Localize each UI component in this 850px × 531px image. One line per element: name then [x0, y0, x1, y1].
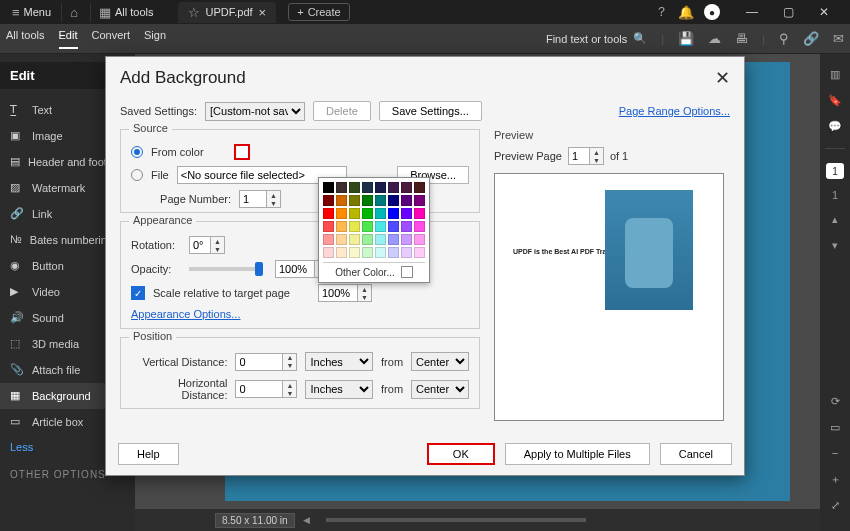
- color-cell[interactable]: [414, 247, 425, 258]
- color-cell[interactable]: [336, 208, 347, 219]
- page-number-input[interactable]: [239, 190, 267, 208]
- color-cell[interactable]: [388, 208, 399, 219]
- scale-stepper[interactable]: ▲▼: [358, 284, 372, 302]
- color-swatch-button[interactable]: [234, 144, 250, 160]
- preview-page-stepper[interactable]: ▲▼: [590, 147, 604, 165]
- save-settings-button[interactable]: Save Settings...: [379, 101, 482, 121]
- color-cell[interactable]: [349, 195, 360, 206]
- tab-sign[interactable]: Sign: [144, 29, 166, 49]
- color-cell[interactable]: [414, 221, 425, 232]
- color-cell[interactable]: [375, 208, 386, 219]
- color-cell[interactable]: [362, 195, 373, 206]
- color-cell[interactable]: [388, 195, 399, 206]
- save-icon[interactable]: 💾: [678, 31, 694, 46]
- hdist-stepper[interactable]: ▲▼: [283, 380, 297, 398]
- color-cell[interactable]: [401, 234, 412, 245]
- panel-icon[interactable]: ▥: [827, 66, 843, 82]
- color-cell[interactable]: [336, 195, 347, 206]
- page-number-stepper[interactable]: ▲▼: [267, 190, 281, 208]
- vdist-unit-select[interactable]: Inches: [305, 352, 373, 371]
- color-cell[interactable]: [323, 234, 334, 245]
- color-cell[interactable]: [401, 247, 412, 258]
- page-display-icon[interactable]: ▭: [827, 419, 843, 435]
- fit-icon[interactable]: ⤢: [827, 497, 843, 513]
- help-button[interactable]: Help: [118, 443, 179, 465]
- color-cell[interactable]: [388, 234, 399, 245]
- color-cell[interactable]: [323, 221, 334, 232]
- cloud-icon[interactable]: ☁: [708, 31, 721, 46]
- color-cell[interactable]: [336, 234, 347, 245]
- opacity-slider[interactable]: [189, 267, 259, 271]
- apply-multiple-button[interactable]: Apply to Multiple Files: [505, 443, 650, 465]
- nav-up-icon[interactable]: ▴: [827, 211, 843, 227]
- document-tab[interactable]: ☆ UPDF.pdf ×: [178, 2, 277, 23]
- hdist-unit-select[interactable]: Inches: [305, 380, 373, 399]
- color-cell[interactable]: [375, 195, 386, 206]
- comment-icon[interactable]: 💬: [827, 118, 843, 134]
- close-button[interactable]: ✕: [806, 0, 842, 24]
- color-cell[interactable]: [388, 182, 399, 193]
- hdist-anchor-select[interactable]: Center: [411, 380, 469, 399]
- color-cell[interactable]: [362, 208, 373, 219]
- alltools-button[interactable]: ▦ All tools: [90, 3, 162, 22]
- rotation-input[interactable]: [189, 236, 211, 254]
- help-icon[interactable]: ？: [655, 3, 668, 21]
- dialog-close-button[interactable]: ✕: [715, 67, 730, 89]
- color-cell[interactable]: [349, 234, 360, 245]
- vdist-input[interactable]: [235, 353, 283, 371]
- bookmark-icon[interactable]: 🔖: [827, 92, 843, 108]
- color-cell[interactable]: [336, 221, 347, 232]
- color-cell[interactable]: [401, 195, 412, 206]
- bell-icon[interactable]: 🔔: [678, 5, 694, 20]
- preview-page-input[interactable]: [568, 147, 590, 165]
- page-scrubber[interactable]: [326, 518, 586, 522]
- print-icon[interactable]: 🖶: [735, 31, 748, 46]
- color-cell[interactable]: [362, 221, 373, 232]
- other-color-row[interactable]: Other Color...: [323, 262, 425, 278]
- color-cell[interactable]: [323, 247, 334, 258]
- color-cell[interactable]: [375, 182, 386, 193]
- file-radio[interactable]: [131, 169, 143, 181]
- share-icon[interactable]: ⚲: [779, 31, 789, 46]
- saved-settings-select[interactable]: [Custom-not saved]: [205, 102, 305, 121]
- delete-button[interactable]: Delete: [313, 101, 371, 121]
- from-color-radio[interactable]: [131, 146, 143, 158]
- cancel-button[interactable]: Cancel: [660, 443, 732, 465]
- home-button[interactable]: ⌂: [61, 3, 86, 22]
- vdist-stepper[interactable]: ▲▼: [283, 353, 297, 371]
- vdist-anchor-select[interactable]: Center: [411, 352, 469, 371]
- color-cell[interactable]: [362, 182, 373, 193]
- scale-relative-checkbox[interactable]: ✓: [131, 286, 145, 300]
- nav-down-icon[interactable]: ▾: [827, 237, 843, 253]
- color-cell[interactable]: [362, 247, 373, 258]
- color-cell[interactable]: [401, 182, 412, 193]
- color-cell[interactable]: [401, 221, 412, 232]
- color-cell[interactable]: [375, 221, 386, 232]
- color-cell[interactable]: [349, 247, 360, 258]
- color-cell[interactable]: [388, 247, 399, 258]
- ok-button[interactable]: OK: [427, 443, 495, 465]
- tab-edit[interactable]: Edit: [59, 29, 78, 49]
- opacity-input[interactable]: [275, 260, 315, 278]
- zoom-in-icon[interactable]: ＋: [827, 471, 843, 487]
- color-cell[interactable]: [336, 247, 347, 258]
- page-current-badge[interactable]: 1: [826, 163, 844, 179]
- color-cell[interactable]: [323, 182, 334, 193]
- link-share-icon[interactable]: 🔗: [803, 31, 819, 46]
- menu-button[interactable]: ≡ Menu: [6, 3, 57, 22]
- page-range-link[interactable]: Page Range Options...: [619, 105, 730, 117]
- mail-icon[interactable]: ✉: [833, 31, 844, 46]
- hdist-input[interactable]: [235, 380, 283, 398]
- color-cell[interactable]: [401, 208, 412, 219]
- color-cell[interactable]: [349, 208, 360, 219]
- zoom-out-icon[interactable]: −: [827, 445, 843, 461]
- minimize-button[interactable]: —: [734, 0, 770, 24]
- color-cell[interactable]: [323, 195, 334, 206]
- color-cell[interactable]: [349, 182, 360, 193]
- tab-convert[interactable]: Convert: [92, 29, 131, 49]
- color-cell[interactable]: [414, 208, 425, 219]
- color-cell[interactable]: [336, 182, 347, 193]
- color-cell[interactable]: [349, 221, 360, 232]
- color-cell[interactable]: [375, 234, 386, 245]
- color-cell[interactable]: [414, 195, 425, 206]
